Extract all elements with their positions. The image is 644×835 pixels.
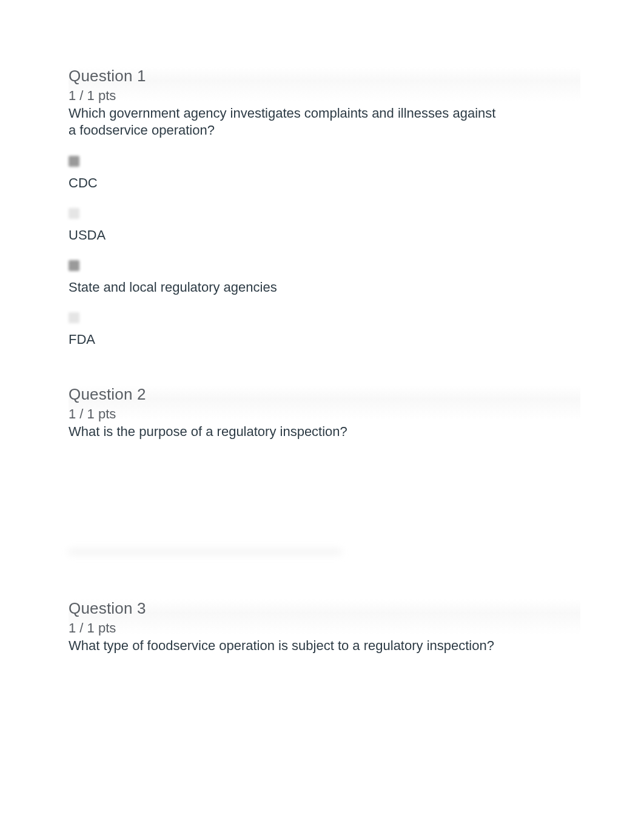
question-text: What type of foodservice operation is su… bbox=[69, 637, 505, 654]
question-points: 1 / 1 pts bbox=[69, 88, 575, 104]
radio-marker-icon[interactable] bbox=[69, 312, 79, 323]
answer-option: State and local regulatory agencies bbox=[69, 260, 575, 295]
question-block-2: Question 2 1 / 1 pts What is the purpose… bbox=[69, 385, 575, 562]
quiz-content: Question 1 1 / 1 pts Which government ag… bbox=[0, 0, 644, 655]
question-title: Question 3 bbox=[69, 599, 575, 618]
answer-label: FDA bbox=[69, 332, 575, 347]
question-title: Question 2 bbox=[69, 385, 575, 404]
answer-label: State and local regulatory agencies bbox=[69, 280, 575, 295]
answer-label: CDC bbox=[69, 175, 575, 191]
question-text: What is the purpose of a regulatory insp… bbox=[69, 423, 505, 440]
question-points: 1 / 1 pts bbox=[69, 406, 575, 422]
question-block-1: Question 1 1 / 1 pts Which government ag… bbox=[69, 67, 575, 347]
question-header: Question 1 1 / 1 pts Which government ag… bbox=[69, 67, 575, 139]
radio-marker-icon[interactable] bbox=[69, 208, 79, 219]
question-points: 1 / 1 pts bbox=[69, 620, 575, 636]
radio-marker-icon[interactable] bbox=[69, 156, 79, 167]
answer-option: USDA bbox=[69, 208, 575, 243]
hidden-answers bbox=[69, 440, 575, 562]
question-text: Which government agency investigates com… bbox=[69, 105, 505, 139]
answer-option: FDA bbox=[69, 312, 575, 347]
question-header: Question 3 1 / 1 pts What type of foodse… bbox=[69, 599, 575, 654]
answer-label: USDA bbox=[69, 227, 575, 243]
question-title: Question 1 bbox=[69, 67, 575, 86]
question-header: Question 2 1 / 1 pts What is the purpose… bbox=[69, 385, 575, 440]
blurred-text-icon bbox=[69, 548, 341, 555]
answer-option: CDC bbox=[69, 156, 575, 191]
radio-marker-icon[interactable] bbox=[69, 260, 79, 271]
question-block-3: Question 3 1 / 1 pts What type of foodse… bbox=[69, 599, 575, 654]
